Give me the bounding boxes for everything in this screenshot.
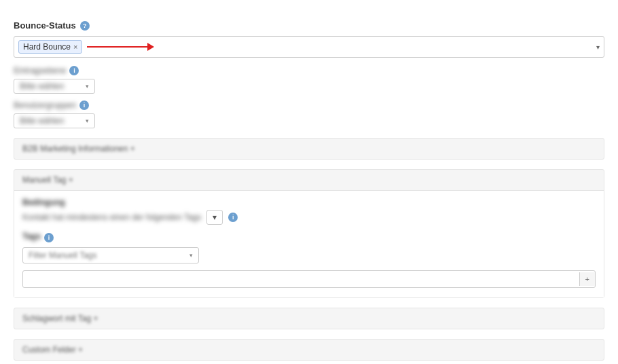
schlagwort-label: Schlagwort mit Tag +	[22, 314, 98, 323]
bounce-status-info-icon[interactable]: ?	[80, 21, 90, 31]
eintragsebene-caret: ▾	[86, 83, 89, 90]
condition-dropdown[interactable]: ▾	[206, 210, 223, 225]
condition-caret: ▾	[213, 213, 217, 222]
benutzergruppen-info-icon[interactable]: i	[79, 101, 89, 110]
bounce-status-caret: ▾	[596, 43, 600, 51]
tag-search-icon: +	[585, 275, 589, 283]
manuell-tag-label: Manuell Tag +	[22, 175, 73, 185]
tag-search-input[interactable]	[23, 271, 579, 287]
b2b-marketing-section[interactable]: B2B Marketing Informationen +	[14, 138, 604, 160]
manuell-tag-header[interactable]: Manuell Tag +	[14, 170, 604, 190]
eintragsebene-placeholder: Bitte wählen	[20, 81, 64, 91]
custom-felder-label: Custom Felder +	[22, 345, 83, 354]
hard-bounce-tag[interactable]: Hard Bounce ×	[18, 40, 82, 54]
b2b-marketing-label: B2B Marketing Informationen +	[22, 144, 135, 153]
tag-search-button[interactable]: +	[579, 272, 595, 286]
bedingung-label: Bedingung	[22, 198, 596, 207]
eintragsebene-info-icon[interactable]: i	[69, 66, 79, 75]
tags-label: Tags	[22, 232, 41, 241]
annotation-arrow	[87, 43, 154, 51]
tag-search-bar[interactable]: +	[22, 270, 596, 288]
bedingung-info-icon[interactable]: i	[228, 213, 238, 222]
benutzergruppen-select[interactable]: Bitte wählen ▾	[14, 113, 95, 128]
benutzergruppen-label: Benutzergruppen	[14, 101, 76, 110]
tags-filter-placeholder: Filter Manuell Tags	[29, 251, 97, 260]
hard-bounce-label: Hard Bounce	[23, 42, 71, 52]
benutzergruppen-placeholder: Bitte wählen	[20, 116, 64, 126]
tags-filter-caret: ▾	[189, 252, 193, 259]
hard-bounce-close[interactable]: ×	[73, 43, 77, 51]
tags-filter-select[interactable]: Filter Manuell Tags ▾	[22, 247, 199, 263]
schlagwort-section[interactable]: Schlagwort mit Tag +	[14, 308, 604, 329]
manuell-tag-body: Bedingung Kontakt hat mindestens einen d…	[14, 190, 604, 297]
manuell-tag-section: Manuell Tag + Bedingung Kontakt hat mind…	[14, 169, 604, 298]
eintragsebene-select[interactable]: Bitte wählen ▾	[14, 79, 95, 94]
tags-info-icon[interactable]: i	[44, 233, 54, 242]
custom-felder-section[interactable]: Custom Felder +	[14, 339, 604, 361]
eintragsebene-label: Eintragsebene	[14, 66, 66, 75]
condition-text: Kontakt hat mindestens einen der folgend…	[22, 213, 201, 222]
benutzergruppen-caret: ▾	[86, 117, 89, 124]
page-title: Bounce-Status	[14, 20, 76, 31]
